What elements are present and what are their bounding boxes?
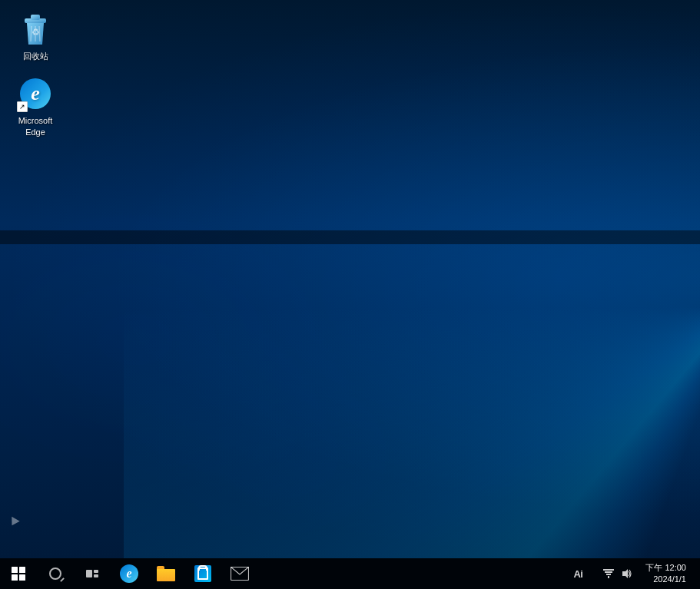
search-button[interactable] [37,558,74,589]
dark-band [0,230,700,244]
svg-rect-1 [31,15,40,20]
taskbar: e Ai [0,558,700,589]
tv-rect-3 [94,574,98,577]
taskbar-right: Ai 下午 12:00 2024 [559,558,700,589]
tv-rect-1 [86,570,92,577]
task-view-icon [86,570,98,577]
search-icon [49,567,61,580]
light-cone [124,38,700,558]
taskbar-clock[interactable]: 下午 12:00 2024/1/1 [639,562,692,586]
folder-body [157,569,175,581]
system-tray [596,567,639,580]
recycle-bin-icon[interactable]: ♻ 回收站 [8,8,63,65]
taskbar-edge-button[interactable]: e [111,558,148,589]
svg-rect-8 [606,574,611,575]
taskbar-apps: e [111,558,559,589]
edge-label-line2: Edge [25,127,45,137]
taskbar-mail-icon [231,567,249,581]
taskbar-store-icon [194,565,211,582]
recycle-bin-image: ♻ [17,11,54,48]
recycle-bin-label: 回收站 [23,51,48,61]
ai-button[interactable]: Ai [559,558,596,589]
microsoft-edge-icon[interactable]: e ↗ Microsoft Edge [8,72,63,141]
svg-text:♻: ♻ [32,27,40,38]
taskbar-mail-button[interactable] [221,558,258,589]
store-bag-icon [197,567,208,580]
svg-rect-9 [605,571,612,573]
start-square-2 [19,567,25,573]
start-square-4 [19,574,25,581]
start-square-1 [12,567,18,573]
edge-image: e ↗ [17,75,54,112]
shortcut-arrow-icon: ↗ [17,101,28,112]
network-icon[interactable] [602,567,615,580]
taskbar-edge-icon: e [120,564,138,583]
start-button[interactable] [0,558,37,589]
svg-rect-10 [603,569,614,571]
taskbar-store-button[interactable] [184,558,221,589]
edge-label-line1: Microsoft [18,115,53,126]
start-square-3 [12,574,18,581]
clock-time: 下午 12:00 [645,562,686,574]
clock-date: 2024/1/1 [653,574,686,585]
task-view-button[interactable] [74,558,111,589]
desktop: ♻ 回收站 [0,0,700,558]
tv-rect-2 [94,570,98,573]
svg-rect-7 [608,576,609,578]
edge-e-letter: e [31,84,40,104]
desktop-icons-container: ♻ 回收站 [0,0,71,156]
taskbar-file-explorer-button[interactable] [148,558,184,589]
taskbar-folder-icon [157,566,175,581]
volume-icon[interactable] [621,567,633,580]
svg-marker-11 [622,569,628,578]
start-icon [12,567,25,581]
